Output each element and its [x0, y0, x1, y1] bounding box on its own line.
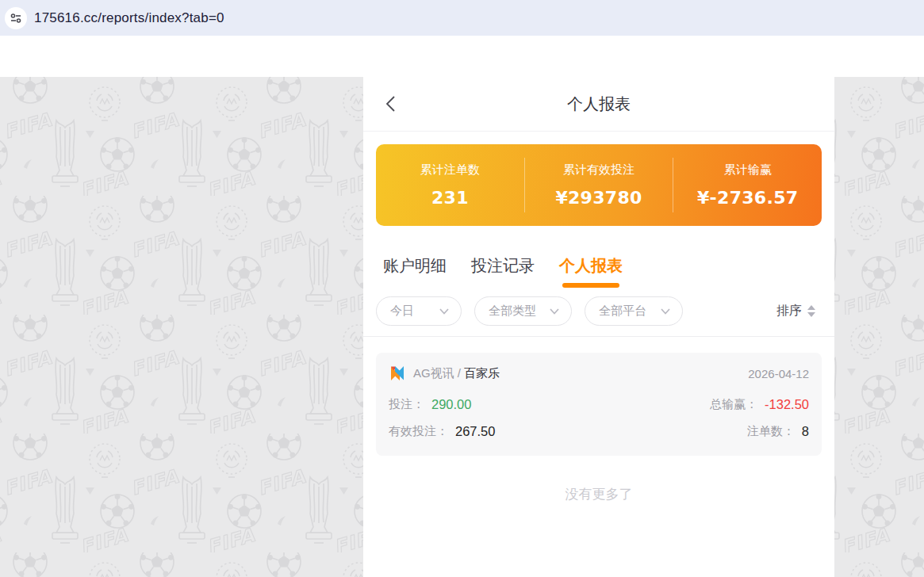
sort-label: 排序 — [776, 303, 802, 319]
url-text[interactable]: 175616.cc/reports/index?tab=0 — [34, 10, 224, 26]
sort-button[interactable]: 排序 — [776, 303, 815, 319]
sort-icon — [807, 305, 815, 317]
app-header: 个人报表 — [363, 77, 834, 132]
tune-icon — [10, 12, 22, 25]
stat-value: ¥293780 — [525, 188, 673, 208]
stat-value: ¥-2736.57 — [673, 188, 822, 208]
tab-bar: 账户明细 投注记录 个人报表 — [363, 239, 834, 289]
app-panel: 个人报表 累计注单数 231 累计有效投注 ¥293780 累计输赢 ¥-273… — [363, 77, 834, 577]
filter-platform-dropdown[interactable]: 全部平台 — [585, 296, 683, 326]
filter-platform-value: 全部平台 — [599, 304, 646, 319]
bet-count-label: 注单数： — [747, 424, 795, 439]
winloss-label: 总输赢： — [710, 397, 757, 412]
game-name: 百家乐 — [464, 366, 500, 381]
tab-personal-report[interactable]: 个人报表 — [559, 255, 623, 289]
chevron-down-icon — [550, 308, 559, 315]
bet-count-value: 8 — [802, 424, 809, 439]
stats-summary-card: 累计注单数 231 累计有效投注 ¥293780 累计输赢 ¥-2736.57 — [376, 144, 822, 226]
provider-name: AG视讯 / — [413, 366, 461, 381]
chevron-left-icon — [385, 95, 397, 113]
stat-label: 累计注单数 — [376, 162, 524, 178]
active-tab-underline — [562, 283, 619, 288]
page-body: FIFA FIFA FIFA 个人报表 — [0, 36, 924, 577]
chevron-down-icon — [661, 308, 670, 315]
valid-bet-value: 267.50 — [455, 424, 495, 439]
ag-platform-icon — [389, 365, 406, 382]
bet-label: 投注： — [389, 397, 424, 412]
stat-value: 231 — [376, 188, 524, 208]
report-date: 2026-04-12 — [748, 367, 809, 380]
valid-bet-label: 有效投注： — [389, 424, 448, 439]
site-settings-button[interactable] — [5, 7, 27, 29]
back-button[interactable] — [385, 93, 403, 115]
stat-label: 累计有效投注 — [525, 162, 673, 178]
winloss-value: -132.50 — [765, 397, 809, 412]
stat-label: 累计输赢 — [673, 162, 822, 178]
filter-date-dropdown[interactable]: 今日 — [376, 296, 462, 326]
report-list: AG视讯 / 百家乐 2026-04-12 投注： 290.00 总输赢： -1… — [363, 337, 834, 503]
filter-type-dropdown[interactable]: 全部类型 — [474, 296, 572, 326]
bet-value: 290.00 — [431, 397, 471, 412]
no-more-text: 没有更多了 — [376, 485, 822, 503]
chevron-down-icon — [439, 308, 449, 315]
tab-account-details[interactable]: 账户明细 — [383, 255, 447, 289]
filter-date-value: 今日 — [390, 304, 414, 319]
page-title: 个人报表 — [567, 94, 631, 115]
browser-address-bar[interactable]: 175616.cc/reports/index?tab=0 — [0, 0, 924, 36]
tab-label: 个人报表 — [559, 257, 623, 274]
filter-bar: 今日 全部类型 全部平台 排序 — [363, 289, 834, 337]
tab-bet-records[interactable]: 投注记录 — [471, 255, 535, 289]
stat-valid-bet-amount: 累计有效投注 ¥293780 — [524, 158, 673, 212]
report-card[interactable]: AG视讯 / 百家乐 2026-04-12 投注： 290.00 总输赢： -1… — [376, 353, 822, 456]
stat-total-bets: 累计注单数 231 — [376, 158, 524, 212]
stat-total-winloss: 累计输赢 ¥-2736.57 — [673, 158, 822, 212]
filter-type-value: 全部类型 — [489, 304, 536, 319]
